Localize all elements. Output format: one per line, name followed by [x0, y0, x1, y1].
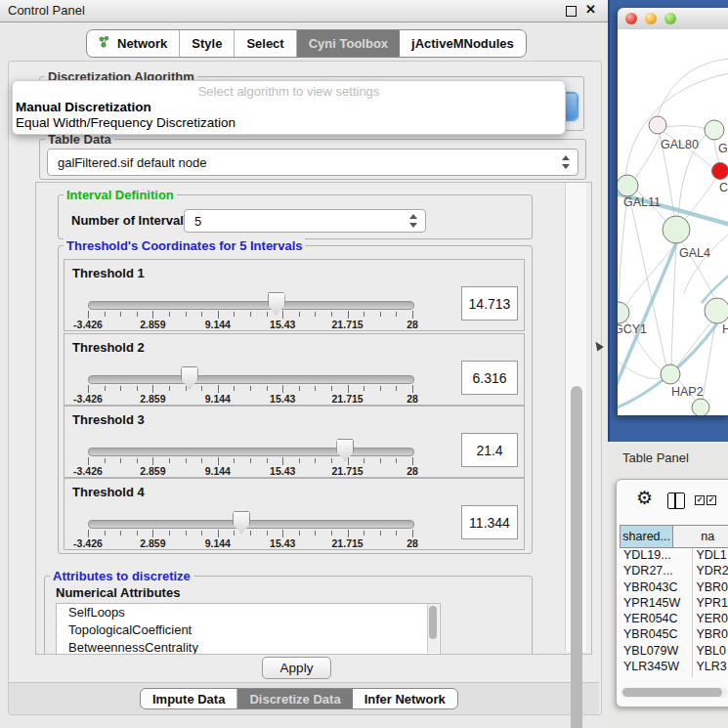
threshold-slider-track[interactable] — [88, 375, 414, 384]
tab-network[interactable]: Network — [87, 30, 180, 57]
threshold-slider-handle[interactable] — [181, 366, 198, 389]
table-cell-shared-name: YBR043C — [620, 580, 692, 596]
slider-tick — [201, 458, 202, 463]
float-window-icon[interactable] — [566, 6, 577, 17]
table-cell-name: YDR2 — [692, 564, 728, 579]
table-cell-shared-name: YPR145W — [620, 596, 692, 612]
attribute-list-item[interactable]: TopologicalCoefficient — [57, 621, 440, 639]
threshold-slider-track[interactable] — [88, 448, 414, 456]
tab-style[interactable]: Style — [180, 30, 235, 57]
bottom-tab-bar: Impute DataDiscretize DataInfer Network — [140, 688, 458, 709]
threshold-slider-track[interactable] — [88, 301, 414, 310]
network-node-label: GAL4 — [679, 246, 710, 260]
network-edge[interactable] — [619, 196, 627, 302]
network-node-gcy1[interactable] — [618, 302, 629, 323]
settings-scrollbar[interactable] — [565, 183, 586, 652]
network-node-gal4[interactable] — [663, 216, 690, 243]
network-edge[interactable] — [684, 235, 728, 293]
mac-close-icon[interactable] — [625, 13, 637, 24]
threshold-slider-handle[interactable] — [233, 511, 250, 534]
combobox-stepper-icon[interactable] — [409, 214, 418, 228]
attributes-scrollbar-thumb[interactable] — [429, 606, 437, 639]
threshold-value-field[interactable]: 6.316 — [461, 361, 518, 395]
mac-minimize-icon[interactable] — [645, 13, 657, 24]
slider-tick — [396, 458, 397, 463]
network-edge[interactable] — [665, 126, 706, 129]
number-of-intervals-combobox[interactable]: 5 — [184, 209, 426, 233]
slider-tick — [250, 531, 251, 535]
column-header-name[interactable]: na — [673, 525, 728, 548]
bottom-tab-discretize-data[interactable]: Discretize Data — [237, 689, 352, 708]
network-node-c[interactable] — [712, 163, 728, 180]
table-header-row: shared... na — [620, 525, 728, 548]
threshold-value-field[interactable]: 11.344 — [461, 505, 518, 539]
tab-jactivemnodules[interactable]: jActiveMNodules — [400, 30, 526, 57]
network-edge[interactable] — [671, 243, 676, 364]
table-row[interactable]: YBL079WYBL0 — [620, 644, 728, 660]
close-icon[interactable]: ✕ — [585, 2, 596, 17]
tab-label: Cyni Toolbox — [309, 36, 388, 51]
table-row[interactable]: YDR27...YDR2 — [620, 564, 728, 579]
network-edge[interactable] — [658, 59, 728, 116]
tab-select[interactable]: Select — [235, 30, 296, 57]
network-edge[interactable] — [676, 321, 712, 368]
split-columns-icon[interactable] — [667, 492, 685, 509]
algorithm-option-equal-width[interactable]: Equal Width/Frequency Discretization — [16, 115, 236, 130]
table-row[interactable]: YLR345WYLR3 — [620, 660, 728, 675]
combobox-stepper-icon[interactable] — [562, 155, 571, 169]
mac-zoom-icon[interactable] — [664, 13, 676, 24]
table-row[interactable]: YDL19...YDL1 — [620, 548, 728, 564]
checkbox-icon[interactable]: ✓ — [707, 495, 716, 505]
slider-tick — [380, 458, 381, 463]
tab-cyni-toolbox[interactable]: Cyni Toolbox — [297, 30, 400, 57]
slider-tick — [201, 312, 202, 317]
network-node-gal80[interactable] — [649, 116, 666, 134]
network-node-h[interactable] — [705, 298, 728, 323]
bottom-tab-infer-network[interactable]: Infer Network — [353, 689, 457, 708]
slider-tick-label: 21.715 — [332, 393, 364, 405]
table-horizontal-scrollbar[interactable] — [621, 687, 728, 698]
network-edge[interactable] — [635, 134, 661, 179]
network-node-ga[interactable] — [705, 120, 724, 140]
slider-tick — [267, 312, 268, 317]
slider-tick — [331, 386, 332, 391]
slider-tick — [364, 458, 364, 463]
numerical-attributes-list[interactable]: SelfLoopsTopologicalCoefficientBetweenne… — [56, 603, 441, 655]
table-row[interactable]: YPR145WYPR1 — [620, 596, 728, 612]
table-cell-shared-name: YER054C — [620, 612, 692, 627]
slider-tick — [282, 311, 283, 319]
settings-scrollbar-thumb[interactable] — [571, 386, 582, 728]
column-header-shared-name[interactable]: shared... — [620, 525, 673, 548]
top-tab-bar: NetworkStyleSelectCyni ToolboxjActiveMNo… — [86, 29, 527, 58]
network-view-window: GAL80GACGAL11GAL4GCY1HHAP2 — [618, 8, 728, 415]
network-node-gal11[interactable] — [618, 175, 638, 196]
table-row[interactable]: YBR043CYBR0 — [620, 580, 728, 596]
slider-tick — [315, 531, 316, 535]
network-icon — [99, 36, 110, 51]
table-row[interactable]: YIL052CYIL0 — [620, 675, 728, 677]
threshold-slider-track[interactable] — [88, 520, 414, 529]
slider-tick-label: -3.426 — [73, 393, 103, 405]
attribute-list-item[interactable]: BetweennessCentrality — [57, 639, 440, 655]
gear-icon[interactable]: ⚙ — [636, 489, 653, 507]
checkbox-icon[interactable]: ✓ — [695, 495, 705, 505]
threshold-slider-handle[interactable] — [336, 439, 354, 461]
attributes-scrollbar[interactable] — [427, 604, 439, 653]
apply-button[interactable]: Apply — [262, 657, 331, 679]
slider-tick — [137, 386, 138, 391]
threshold-value-field[interactable]: 14.713 — [461, 286, 518, 321]
table-row[interactable]: YER054CYER0 — [620, 612, 728, 627]
network-node-hap2[interactable] — [661, 364, 680, 384]
algorithm-option-manual[interactable]: Manual Discretization — [16, 100, 151, 114]
network-window-titlebar[interactable] — [618, 8, 728, 30]
bottom-tab-impute-data[interactable]: Impute Data — [141, 689, 237, 708]
network-edge[interactable] — [625, 243, 676, 307]
slider-tick-label: 28 — [407, 319, 418, 330]
attribute-list-item[interactable]: SelfLoops — [57, 604, 440, 621]
network-graph-canvas[interactable]: GAL80GACGAL11GAL4GCY1HHAP2 — [618, 29, 728, 415]
table-horizontal-scrollbar-thumb[interactable] — [622, 688, 722, 697]
threshold-value-field[interactable]: 21.4 — [461, 433, 518, 467]
table-data-combobox[interactable]: galFiltered.sif default node — [47, 149, 578, 176]
network-node[interactable] — [692, 399, 709, 415]
table-row[interactable]: YBR045CYBR0 — [620, 627, 728, 643]
